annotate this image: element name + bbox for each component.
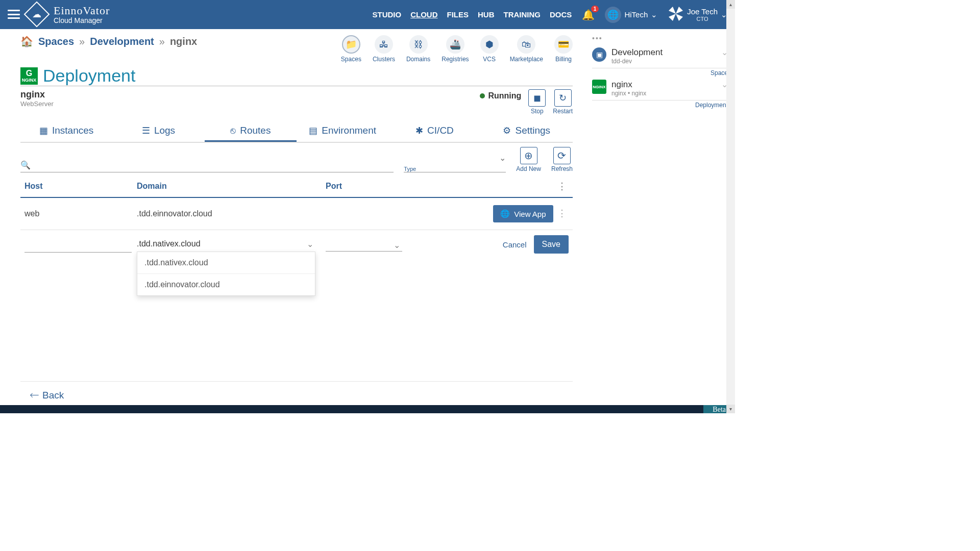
header-domain[interactable]: Domain [137, 182, 326, 191]
sidebar-title: nginx [611, 80, 716, 90]
sidebar-item-space[interactable]: ▣ Development tdd-dev ⌄ [592, 44, 728, 68]
routes-icon: ⎋ [230, 126, 236, 136]
deploy-sub: WebServer [20, 100, 54, 108]
domain-option[interactable]: .tdd.einnovator.cloud [137, 274, 315, 295]
refresh-button[interactable]: ⟳ [553, 147, 571, 164]
stop-button[interactable]: ◼ [528, 89, 546, 107]
nav-cloud[interactable]: CLOUD [410, 10, 437, 19]
tab-environment[interactable]: ▤Environment [297, 121, 388, 142]
page-title-row: GNGINX Deployment [20, 66, 573, 86]
type-filter[interactable]: ⌄ Type [404, 151, 506, 172]
tab-routes[interactable]: ⎋Routes [205, 121, 297, 142]
tab-cicd[interactable]: ✱CI/CD [388, 121, 480, 142]
quicknav-domains[interactable]: ⛓Domains [406, 35, 430, 63]
header-host[interactable]: Host [24, 182, 137, 191]
cancel-button[interactable]: Cancel [503, 240, 527, 249]
grid-icon: ▦ [39, 125, 48, 136]
addnew-grp: ⊕ Add New [516, 147, 541, 172]
domain-dropdown-menu: .tdd.nativex.cloud .tdd.einnovator.cloud [137, 252, 315, 296]
stop-label: Stop [531, 108, 544, 115]
header-right: STUDIO CLOUD FILES HUB TRAINING DOCS 🔔 1… [373, 6, 727, 23]
cluster-icon: 🖧 [375, 35, 393, 54]
add-new-button[interactable]: ⊕ [520, 147, 537, 164]
menu-icon[interactable] [8, 10, 20, 19]
org-selector[interactable]: 🌐 HiTech ⌄ [605, 7, 657, 23]
nav-docs[interactable]: DOCS [550, 10, 572, 19]
scroll-down-icon[interactable]: ▾ [726, 405, 735, 413]
brand: EinnoVator Cloud Manager [54, 5, 110, 25]
deploy-name: nginx [20, 89, 54, 100]
search-input[interactable] [34, 161, 394, 169]
nav-training[interactable]: TRAINING [504, 10, 541, 19]
home-icon[interactable]: 🏠 [20, 35, 33, 47]
quicknav-vcs[interactable]: ⬢VCS [480, 35, 499, 63]
view-app-button[interactable]: 🌐 View App [493, 205, 553, 222]
new-port-input[interactable] [326, 237, 402, 252]
new-domain-dropdown[interactable]: ⌄ .tdd.nativex.cloud .tdd.einnovator.clo… [137, 236, 315, 253]
sidebar-item-deployment[interactable]: NGINX nginx nginx • nginx ⌄ [592, 77, 728, 101]
scroll-up-icon[interactable]: ▴ [726, 0, 735, 9]
env-icon: ▤ [309, 125, 317, 136]
header-menu-icon[interactable]: ⋮ [555, 181, 569, 191]
tab-settings[interactable]: ⚙Settings [481, 121, 573, 142]
crumb-dev[interactable]: Development [90, 36, 154, 47]
chevron-down-icon: ⌄ [651, 10, 657, 19]
row-menu-icon[interactable]: ⋮ [555, 208, 569, 218]
save-button[interactable]: Save [534, 235, 569, 254]
nginx-icon: GNGINX [20, 67, 38, 85]
user-info: Joe Tech CTO [687, 7, 718, 22]
sidebar-title: Development [611, 47, 716, 58]
pinwheel-icon [668, 6, 684, 23]
search-icon: 🔍 [20, 160, 31, 170]
nav-files[interactable]: FILES [447, 10, 469, 19]
table-header: Host Domain Port ⋮ [20, 176, 573, 198]
status-dot-icon [480, 93, 485, 98]
nav-hub[interactable]: HUB [478, 10, 495, 19]
breadcrumb: 🏠 Spaces » Development » nginx [20, 35, 197, 47]
scrollbar[interactable]: ▴ ▾ [726, 0, 735, 413]
top-nav: STUDIO CLOUD FILES HUB TRAINING DOCS [373, 10, 572, 19]
new-port-dropdown[interactable]: ⌄ [326, 237, 402, 252]
header-port[interactable]: Port [326, 182, 453, 191]
market-icon: 🛍 [517, 35, 535, 54]
user-name: Joe Tech [687, 7, 718, 16]
quicknav-marketplace[interactable]: 🛍Marketplace [510, 35, 543, 63]
notifications[interactable]: 🔔 1 [582, 9, 595, 21]
globe-icon: 🌐 [605, 7, 621, 23]
quicknav-spaces[interactable]: 📁Spaces [341, 35, 361, 63]
app-logo-icon: ☁ [24, 2, 50, 28]
crumb-sep: » [79, 36, 85, 47]
status-text: Running [488, 91, 521, 101]
quicknav-registries[interactable]: 🚢Registries [442, 35, 469, 63]
nav-studio[interactable]: STUDIO [373, 10, 402, 19]
notification-badge: 1 [591, 6, 599, 12]
vcs-icon: ⬢ [480, 35, 499, 54]
restart-button[interactable]: ↻ [554, 89, 572, 107]
cicd-icon: ✱ [415, 125, 423, 136]
deploy-row: nginx WebServer Running ◼ Stop ↻ Restart [20, 89, 573, 115]
tab-logs[interactable]: ☰Logs [112, 121, 204, 142]
user-menu[interactable]: Joe Tech CTO ⌄ [668, 6, 727, 23]
quicknav-clusters[interactable]: 🖧Clusters [373, 35, 395, 63]
nginx-icon: NGINX [592, 80, 606, 94]
back-button[interactable]: 🡐 Back [30, 390, 64, 401]
quicknav-billing[interactable]: 💳Billing [554, 35, 573, 63]
header-left: ☁ EinnoVator Cloud Manager [8, 5, 110, 25]
new-domain-input[interactable] [137, 236, 315, 253]
tab-instances[interactable]: ▦Instances [20, 121, 112, 142]
crumb-spaces[interactable]: Spaces [38, 36, 74, 47]
footer: Beta [0, 405, 735, 413]
brand-name: EinnoVator [54, 5, 110, 17]
domain-option[interactable]: .tdd.nativex.cloud [137, 252, 315, 274]
box-icon: ▣ [592, 47, 606, 62]
status: Running [480, 91, 521, 101]
sidebar-drag-icon: ••• [592, 34, 728, 42]
search[interactable]: 🔍 [20, 158, 394, 172]
filter-row: 🔍 ⌄ Type ⊕ Add New ⟳ Refresh [20, 147, 573, 172]
new-route-row: ⌄ .tdd.nativex.cloud .tdd.einnovator.clo… [20, 230, 573, 259]
sidebar-sub: nginx • nginx [611, 90, 716, 97]
crumb-sep: » [159, 36, 165, 47]
logs-icon: ☰ [142, 125, 150, 136]
new-host-input[interactable] [24, 237, 132, 253]
main: 🏠 Spaces » Development » nginx 📁Spaces 🖧… [0, 29, 735, 413]
